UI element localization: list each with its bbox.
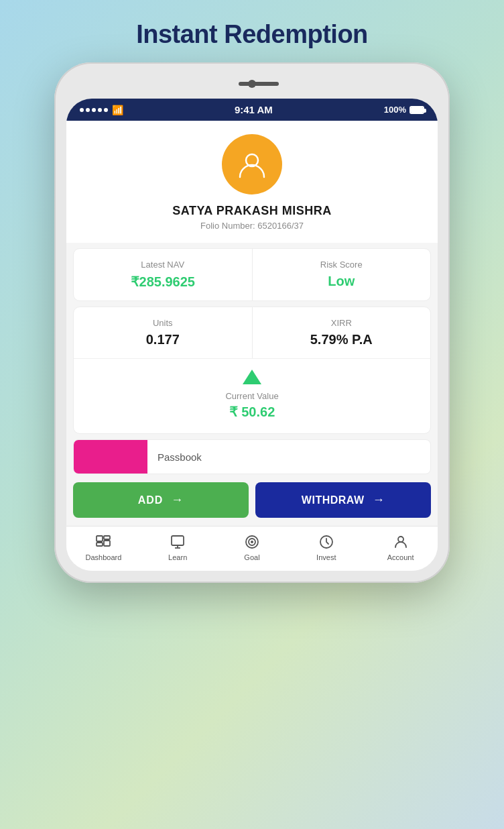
nav-item-goal[interactable]: Goal <box>232 533 272 561</box>
nav-item-dashboard[interactable]: Dashboard <box>83 533 123 561</box>
battery-icon <box>410 106 424 114</box>
add-arrow-icon: → <box>171 493 184 507</box>
goal-icon <box>243 533 261 551</box>
learn-icon <box>169 533 186 551</box>
phone-screen: 📶 9:41 AM 100% SATYA PRAKASH M <box>66 99 438 571</box>
page-title: Instant Redemption <box>136 20 368 49</box>
signal-dots <box>80 108 108 112</box>
user-icon <box>237 149 267 180</box>
user-name: SATYA PRAKASH MISHRA <box>172 204 331 218</box>
battery-text: 100% <box>384 105 406 115</box>
svg-rect-1 <box>97 536 103 541</box>
signal-dot <box>104 108 108 112</box>
dashboard-icon <box>94 533 112 551</box>
withdraw-arrow-icon: → <box>373 493 385 507</box>
current-value-label: Current Value <box>225 391 278 401</box>
nav-item-learn[interactable]: Learn <box>158 533 198 561</box>
phone-speaker <box>239 82 279 86</box>
content-area: SATYA PRAKASH MISHRA Folio Number: 65201… <box>66 121 438 571</box>
current-value-section: Current Value ₹ 50.62 <box>74 359 430 433</box>
units-stat: Units 0.177 <box>74 307 253 358</box>
svg-rect-2 <box>104 536 110 539</box>
phone-top-bar <box>66 74 438 93</box>
nav-label-account: Account <box>387 553 414 561</box>
status-bar: 📶 9:41 AM 100% <box>66 99 438 121</box>
risk-value: Low <box>328 274 355 289</box>
battery-fill <box>411 107 423 113</box>
signal-dot <box>86 108 90 112</box>
nav-stat: Latest NAV ₹285.9625 <box>74 249 253 300</box>
xirr-stat: XIRR 5.79% P.A <box>253 307 431 358</box>
svg-point-10 <box>251 541 253 543</box>
passbook-label: Passbook <box>147 451 202 463</box>
current-value-amount: ₹ 50.62 <box>229 404 275 420</box>
nav-label-invest: Invest <box>316 553 336 561</box>
withdraw-button[interactable]: WITHDRAW → <box>255 482 431 518</box>
action-buttons: ADD → WITHDRAW → <box>66 482 438 526</box>
phone-frame: 📶 9:41 AM 100% SATYA PRAKASH M <box>54 62 450 583</box>
signal-dot <box>92 108 96 112</box>
units-card: Units 0.177 XIRR 5.79% P.A Current Value… <box>73 307 431 434</box>
svg-rect-4 <box>97 543 103 546</box>
passbook-bar[interactable]: Passbook <box>73 439 431 474</box>
account-icon <box>392 533 410 551</box>
risk-label: Risk Score <box>320 260 363 270</box>
risk-stat: Risk Score Low <box>253 249 431 300</box>
triangle-up-icon <box>243 370 261 384</box>
nav-item-invest[interactable]: Invest <box>306 533 346 561</box>
avatar <box>222 134 282 195</box>
signal-dot <box>98 108 102 112</box>
nav-label: Latest NAV <box>141 260 184 270</box>
nav-label-learn: Learn <box>168 553 187 561</box>
status-left: 📶 <box>80 105 123 115</box>
nav-label-goal: Goal <box>244 553 259 561</box>
passbook-pink-section <box>74 440 147 474</box>
stats-card: Latest NAV ₹285.9625 Risk Score Low <box>73 248 431 301</box>
status-time: 9:41 AM <box>235 104 273 115</box>
status-right: 100% <box>384 105 424 115</box>
avatar-section: SATYA PRAKASH MISHRA Folio Number: 65201… <box>66 121 438 243</box>
units-label: Units <box>153 318 173 328</box>
svg-rect-5 <box>172 536 184 545</box>
invest-icon <box>318 533 335 551</box>
units-row: Units 0.177 XIRR 5.79% P.A <box>74 307 430 359</box>
nav-item-account[interactable]: Account <box>381 533 421 561</box>
bottom-nav: Dashboard Learn <box>66 526 438 571</box>
nav-label-dashboard: Dashboard <box>85 553 121 561</box>
wifi-icon: 📶 <box>112 105 123 115</box>
add-button[interactable]: ADD → <box>73 482 249 518</box>
phone-camera <box>248 80 256 88</box>
folio-number: Folio Number: 6520166/37 <box>200 221 304 231</box>
units-value: 0.177 <box>146 332 180 347</box>
svg-rect-3 <box>104 541 110 546</box>
svg-point-11 <box>398 537 403 542</box>
signal-dot <box>80 108 84 112</box>
xirr-value: 5.79% P.A <box>310 332 373 347</box>
xirr-label: XIRR <box>331 318 352 328</box>
nav-value: ₹285.9625 <box>131 274 195 290</box>
